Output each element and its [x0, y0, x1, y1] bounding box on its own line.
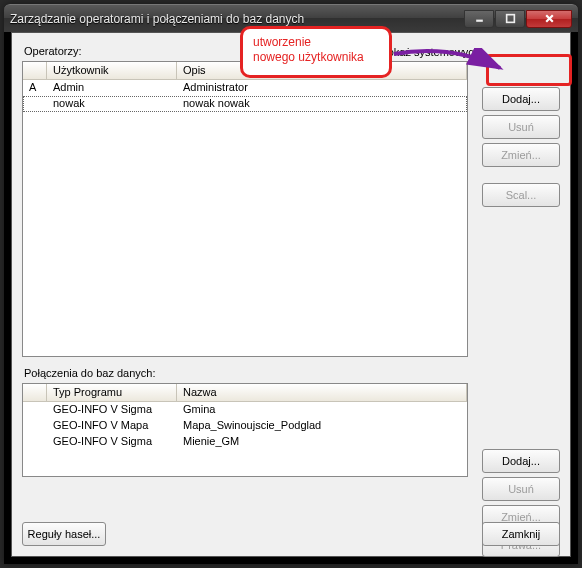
window-controls — [464, 10, 572, 28]
cell-a: A — [23, 80, 47, 96]
operators-body: A Admin Administrator nowak nowak nowak — [23, 80, 467, 112]
operators-table[interactable]: Użytkownik Opis A Admin Administrator no… — [22, 61, 468, 357]
table-row[interactable]: nowak nowak nowak — [23, 96, 467, 112]
close-dialog-button[interactable]: Zamknij — [482, 522, 560, 546]
cell-name: Gmina — [177, 402, 467, 418]
close-col: Zamknij — [482, 522, 560, 546]
cell-prog: GEO-INFO V Sigma — [47, 434, 177, 450]
annotation-text1: utworzenie — [253, 35, 379, 50]
annotation-callout: utworzenie nowego użytkownika — [240, 26, 392, 78]
table-row[interactable]: GEO-INFO V Mapa Mapa_Swinoujscie_Podglad — [23, 418, 467, 434]
cell-prog: GEO-INFO V Mapa — [47, 418, 177, 434]
table-row[interactable]: A Admin Administrator — [23, 80, 467, 96]
col-header-blank[interactable] — [23, 384, 47, 402]
cell-name: Mapa_Swinoujscie_Podglad — [177, 418, 467, 434]
cell-blank — [23, 402, 47, 418]
cell-blank — [23, 418, 47, 434]
delete-connection-button[interactable]: Usuń — [482, 477, 560, 501]
cell-blank — [23, 434, 47, 450]
delete-operator-button[interactable]: Usuń — [482, 115, 560, 139]
annotation-text2: nowego użytkownika — [253, 50, 379, 65]
edit-operator-button[interactable]: Zmień... — [482, 143, 560, 167]
cell-desc: Administrator — [177, 80, 467, 96]
minimize-button[interactable] — [464, 10, 494, 28]
add-operator-button[interactable]: Dodaj... — [482, 87, 560, 111]
col-header-name[interactable]: Nazwa — [177, 384, 467, 402]
window-title: Zarządzanie operatorami i połączeniami d… — [10, 12, 464, 26]
cell-name: Mienie_GM — [177, 434, 467, 450]
maximize-button[interactable] — [495, 10, 525, 28]
col-header-user[interactable]: Użytkownik — [47, 62, 177, 80]
connections-table[interactable]: Typ Programu Nazwa GEO-INFO V Sigma Gmin… — [22, 383, 468, 477]
col-header-prog[interactable]: Typ Programu — [47, 384, 177, 402]
cell-user: nowak — [47, 96, 177, 112]
cell-desc: nowak nowak — [177, 96, 467, 112]
connections-header: Typ Programu Nazwa — [23, 384, 467, 402]
connections-label: Połączenia do baz danych: — [24, 367, 560, 379]
add-connection-button[interactable]: Dodaj... — [482, 449, 560, 473]
connections-body: GEO-INFO V Sigma Gmina GEO-INFO V Mapa M… — [23, 402, 467, 450]
cell-prog: GEO-INFO V Sigma — [47, 402, 177, 418]
table-row[interactable]: GEO-INFO V Sigma Gmina — [23, 402, 467, 418]
client-area: Operatorzy: Pokaż systemowych Użytkownik… — [11, 32, 571, 557]
cell-a — [23, 96, 47, 112]
dialog-window: Zarządzanie operatorami i połączeniami d… — [4, 4, 578, 564]
table-row[interactable]: GEO-INFO V Sigma Mienie_GM — [23, 434, 467, 450]
svg-rect-1 — [506, 15, 514, 23]
col-header-a[interactable] — [23, 62, 47, 80]
operators-buttons: Dodaj... Usuń Zmień... Scal... — [482, 87, 560, 207]
show-system-label: Pokaż systemowych — [380, 46, 480, 58]
merge-operator-button[interactable]: Scal... — [482, 183, 560, 207]
password-rules-button[interactable]: Reguły haseł... — [22, 522, 106, 546]
close-button[interactable] — [526, 10, 572, 28]
cell-user: Admin — [47, 80, 177, 96]
